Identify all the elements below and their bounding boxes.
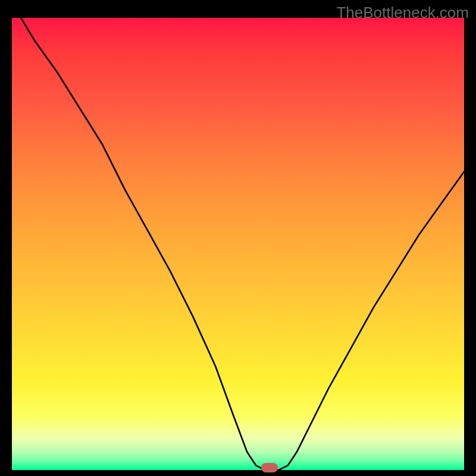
bottleneck-curve-path bbox=[21, 18, 464, 470]
optimal-point-marker bbox=[261, 463, 278, 472]
watermark-text: TheBottleneck.com bbox=[336, 4, 469, 22]
bottleneck-curve-svg bbox=[12, 18, 464, 470]
